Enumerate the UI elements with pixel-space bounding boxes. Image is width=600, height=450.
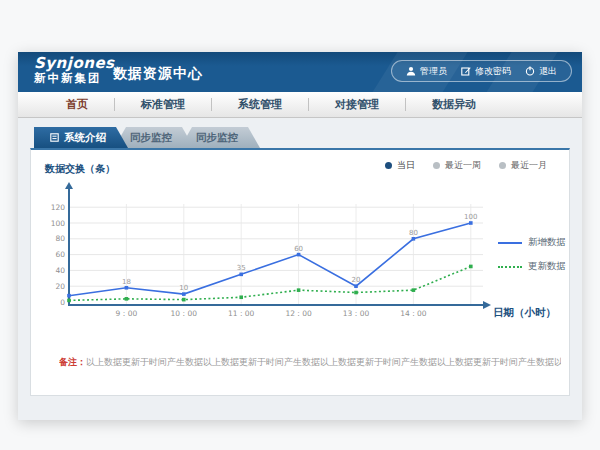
svg-text:13 : 00: 13 : 00 [343, 309, 370, 318]
current-user-button[interactable]: 管理员 [406, 65, 447, 78]
tab-system-intro[interactable]: 系统介绍 [34, 127, 128, 148]
svg-text:100: 100 [464, 213, 477, 221]
svg-text:10: 10 [179, 284, 188, 292]
svg-text:60: 60 [294, 245, 303, 253]
data-point [67, 299, 71, 303]
radio-label: 最近一周 [445, 159, 481, 172]
time-range-radios: 当日 最近一周 最近一月 [385, 159, 547, 172]
svg-text:40: 40 [55, 266, 65, 275]
page-title: 数据资源中心 [113, 65, 203, 83]
x-axis-title: 日期（小时） [493, 306, 556, 320]
power-icon [525, 66, 535, 76]
footnote-tag: 备注： [59, 357, 86, 367]
radio-dot [499, 162, 506, 169]
legend-label: 更新数据 [528, 260, 566, 273]
y-axis-title: 数据交换（条） [45, 162, 115, 176]
change-password-label: 修改密码 [475, 65, 511, 78]
data-point [412, 288, 416, 292]
data-point [239, 295, 243, 299]
nav-item-home[interactable]: 首页 [40, 92, 114, 117]
data-point [412, 237, 416, 241]
data-point [182, 292, 186, 296]
edit-icon [461, 66, 471, 76]
footnote: 备注：以上数据更新于时间产生数据以上数据更新于时间产生数据以上数据更新于时间产生… [59, 356, 561, 369]
legend-label: 新增数据 [528, 236, 566, 249]
legend-line-solid [498, 242, 522, 244]
chart-legend: 新增数据 更新数据 [498, 236, 566, 284]
document-icon [50, 133, 59, 142]
legend-line-dotted [498, 266, 522, 268]
svg-text:14 : 00: 14 : 00 [400, 309, 427, 318]
legend-item-updated-data: 更新数据 [498, 260, 566, 273]
logout-button[interactable]: 退出 [525, 65, 557, 78]
data-point [125, 297, 129, 301]
line-chart: 0204060801001209 : 0010 : 0011 : 0012 : … [41, 178, 496, 328]
svg-text:20: 20 [55, 282, 65, 291]
data-point [354, 284, 358, 288]
chart-panel: 当日 最近一周 最近一月 数据交换（条） 0204060801001209 : … [30, 148, 570, 396]
user-icon [406, 66, 416, 76]
radio-last-month[interactable]: 最近一月 [499, 159, 547, 172]
radio-label: 最近一月 [511, 159, 547, 172]
change-password-button[interactable]: 修改密码 [461, 65, 511, 78]
main-nav: 首页 标准管理 系统管理 对接管理 数据异动 [18, 92, 582, 118]
tab-bar: 系统介绍 同步监控 同步监控 [34, 127, 260, 148]
svg-text:12 : 00: 12 : 00 [285, 309, 312, 318]
nav-item-data-change[interactable]: 数据异动 [406, 92, 502, 117]
nav-item-system-mgmt[interactable]: 系统管理 [212, 92, 308, 117]
legend-item-new-data: 新增数据 [498, 236, 566, 249]
svg-text:20: 20 [352, 276, 361, 284]
radio-last-week[interactable]: 最近一周 [433, 159, 481, 172]
company-logo: Synjones 新中新集团 [34, 55, 115, 84]
svg-text:11 : 00: 11 : 00 [228, 309, 255, 318]
svg-text:9 : 00: 9 : 00 [116, 309, 138, 318]
svg-text:60: 60 [55, 250, 65, 259]
data-point [469, 265, 473, 269]
radio-today[interactable]: 当日 [385, 159, 415, 172]
content-area: 系统介绍 同步监控 同步监控 当日 最近一周 最近一月 数据交 [18, 118, 582, 420]
data-point [67, 294, 71, 298]
app-header: Synjones 新中新集团 数据资源中心 管理员 修改密码 [18, 52, 582, 92]
app-window: Synjones 新中新集团 数据资源中心 管理员 修改密码 [18, 52, 582, 420]
data-point [182, 298, 186, 302]
data-point [469, 221, 473, 225]
data-point [354, 291, 358, 295]
radio-dot [385, 162, 392, 169]
svg-text:10 : 00: 10 : 00 [171, 309, 198, 318]
svg-text:120: 120 [51, 203, 66, 212]
svg-text:100: 100 [51, 219, 66, 228]
svg-text:0: 0 [60, 298, 65, 307]
svg-text:80: 80 [55, 234, 65, 243]
radio-dot [433, 162, 440, 169]
data-point [239, 273, 243, 277]
user-name: 管理员 [420, 65, 447, 78]
svg-text:80: 80 [409, 229, 418, 237]
svg-text:18: 18 [122, 278, 131, 286]
nav-item-standard-mgmt[interactable]: 标准管理 [115, 92, 211, 117]
data-point [297, 253, 301, 257]
svg-text:35: 35 [237, 264, 246, 272]
logout-label: 退出 [539, 65, 557, 78]
user-toolbar: 管理员 修改密码 退出 [391, 60, 572, 82]
data-point [297, 288, 301, 292]
nav-item-integration-mgmt[interactable]: 对接管理 [309, 92, 405, 117]
logo-company-name: 新中新集团 [34, 72, 115, 85]
footnote-text: 以上数据更新于时间产生数据以上数据更新于时间产生数据以上数据更新于时间产生数据以… [86, 357, 561, 367]
logo-wordmark: Synjones [34, 55, 115, 72]
data-point [125, 286, 129, 290]
tab-label: 系统介绍 [64, 127, 106, 148]
radio-label: 当日 [397, 159, 415, 172]
